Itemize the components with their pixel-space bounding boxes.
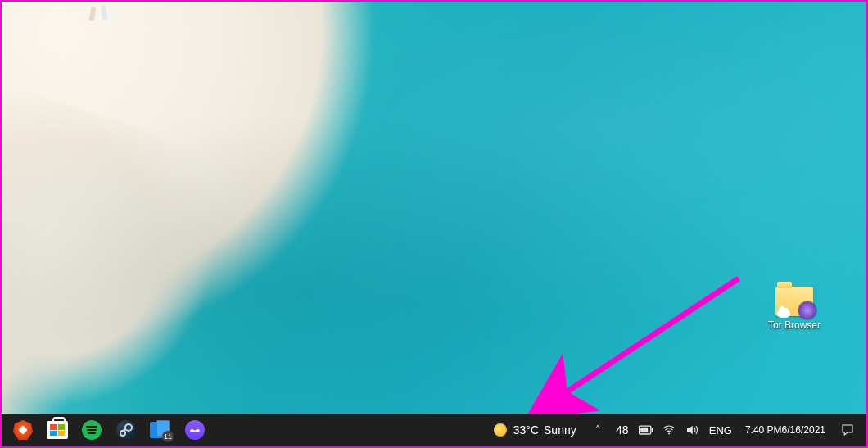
chevron-up-icon: ˄ — [595, 424, 600, 436]
microsoft-store-icon — [47, 421, 68, 439]
spotify-icon — [82, 420, 102, 440]
taskbar-system-tray: 33°C Sunny ˄ 48 ENG — [486, 414, 866, 446]
action-center-icon — [840, 423, 855, 437]
tor-browser-shortcut[interactable]: Tor Browser — [763, 287, 825, 331]
documents-taskbar-button[interactable]: 11 — [144, 414, 177, 446]
taskbar: 11 33°C Sunny ˄ 48 — [2, 414, 866, 446]
news-and-interests-weather[interactable]: 33°C Sunny — [486, 414, 585, 446]
tray-notification-count[interactable]: 48 — [611, 414, 634, 446]
taskbar-clock[interactable]: 7:40 PM 6/16/2021 — [739, 414, 832, 446]
desktop-icon-label: Tor Browser — [763, 319, 825, 331]
tor-onion-overlay-icon — [798, 301, 816, 319]
onedrive-overlay-icon — [777, 310, 790, 318]
tray-overflow-button[interactable]: ˄ — [586, 414, 609, 446]
folder-icon — [775, 287, 813, 316]
brave-browser-icon — [13, 420, 33, 440]
svg-point-7 — [668, 433, 670, 435]
svg-rect-6 — [640, 428, 648, 432]
wifi-tray-button[interactable] — [658, 414, 680, 446]
wifi-icon — [662, 423, 676, 437]
clock-date: 6/16/2021 — [782, 424, 825, 436]
steam-taskbar-button[interactable] — [110, 414, 142, 446]
weather-condition: Sunny — [544, 423, 576, 437]
taskbar-pinned-apps: 11 — [2, 414, 211, 446]
documents-icon: 11 — [150, 420, 171, 440]
clock-time: 7:40 PM — [745, 424, 782, 436]
microsoft-store-taskbar-button[interactable] — [41, 414, 74, 446]
volume-tray-button[interactable] — [681, 414, 703, 446]
brave-browser-taskbar-button[interactable] — [7, 414, 39, 446]
purple-app-taskbar-button[interactable] — [179, 414, 211, 446]
spotify-taskbar-button[interactable] — [75, 414, 108, 446]
volume-icon — [685, 423, 699, 437]
battery-icon — [639, 423, 653, 437]
action-center-button[interactable] — [834, 414, 861, 446]
battery-tray-button[interactable] — [635, 414, 657, 446]
tray-count-label: 48 — [613, 423, 632, 437]
language-label: ENG — [704, 424, 737, 437]
desktop-wallpaper[interactable]: Tor Browser — [2, 2, 866, 414]
language-indicator[interactable]: ENG — [704, 414, 737, 446]
weather-temperature: 33°C — [513, 423, 539, 437]
documents-badge: 11 — [162, 431, 174, 442]
purple-app-icon — [185, 420, 205, 440]
sun-icon — [494, 423, 507, 437]
steam-icon — [116, 420, 136, 440]
svg-rect-5 — [651, 428, 653, 432]
